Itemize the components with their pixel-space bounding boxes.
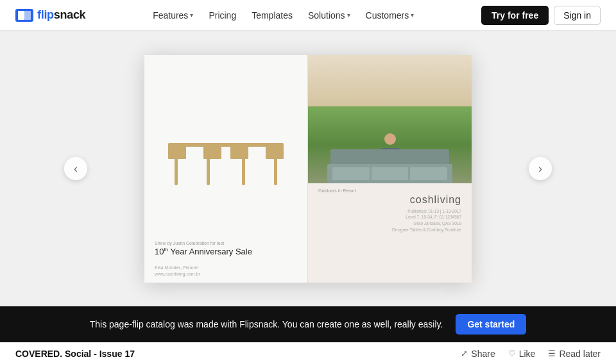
left-page-caption: Show by Justin Celebration for test 10th… [155, 241, 297, 256]
table-illustration [168, 124, 284, 188]
navbar: flipsnack Features ▾ Pricing Templates S… [0, 0, 616, 31]
book-right-page: Outdoors in Resort coshliving Published:… [308, 55, 472, 283]
sign-in-button[interactable]: Sign in [554, 6, 601, 25]
read-later-button[interactable]: ☰ Read later [548, 349, 601, 359]
bookmark-icon: ☰ [548, 349, 556, 358]
chair-illustration [203, 156, 221, 178]
left-page-footer: Elsa Morales, Planner www.coshliving.com… [155, 265, 200, 277]
right-caption-small: Outdoors in Resort [318, 188, 461, 193]
right-page-info: Outdoors in Resort coshliving Published:… [308, 183, 472, 238]
nav-features[interactable]: Features ▾ [146, 6, 200, 24]
share-icon: ⤢ [461, 349, 468, 358]
chair-illustration [230, 156, 248, 178]
furniture-image [144, 68, 307, 244]
nav-customers[interactable]: Customers ▾ [359, 6, 421, 24]
nav-links: Features ▾ Pricing Templates Solutions ▾… [146, 6, 420, 24]
chevron-down-icon: ▾ [347, 12, 350, 19]
banner-text: This page-flip catalog was made with Fli… [90, 319, 443, 329]
chevron-left-icon: ‹ [74, 162, 78, 176]
book-viewer: Show by Justin Celebration for test 10th… [144, 55, 472, 283]
try-for-free-button[interactable]: Try for free [481, 6, 549, 25]
share-button[interactable]: ⤢ Share [461, 349, 495, 359]
caption-title: 10th Year Anniversary Sale [155, 247, 297, 256]
chevron-down-icon: ▾ [411, 12, 414, 19]
sofa-area [321, 126, 459, 183]
nav-templates[interactable]: Templates [245, 6, 299, 24]
logo-icon [15, 9, 33, 22]
footer-bar: COVERED. Social - Issue 17 ⤢ Share ♡ Lik… [0, 342, 616, 364]
prev-page-button[interactable]: ‹ [64, 157, 87, 180]
book-left-page: Show by Justin Celebration for test 10th… [144, 55, 308, 283]
chevron-right-icon: › [538, 162, 542, 176]
main-content: ‹ [0, 31, 616, 306]
nav-actions: Try for free Sign in [481, 6, 601, 25]
logo-text: flipsnack [37, 8, 85, 22]
outdoor-image [308, 55, 472, 183]
logo[interactable]: flipsnack [15, 8, 85, 22]
nav-pricing[interactable]: Pricing [202, 6, 243, 24]
next-page-button[interactable]: › [529, 157, 552, 180]
brand-logo: coshliving [318, 194, 461, 206]
chevron-down-icon: ▾ [190, 12, 193, 19]
nav-solutions[interactable]: Solutions ▾ [302, 6, 357, 24]
promo-banner: This page-flip catalog was made with Fli… [0, 306, 616, 342]
heart-icon: ♡ [508, 349, 516, 358]
chair-illustration [266, 156, 284, 178]
catalog-title: COVERED. Social - Issue 17 [15, 349, 135, 359]
chair-illustration [168, 156, 186, 178]
get-started-button[interactable]: Get started [456, 314, 526, 335]
footer-actions: ⤢ Share ♡ Like ☰ Read later [461, 349, 601, 359]
right-details: Published: 01-13 | 1-13-2017 Level 7, 19… [318, 208, 461, 233]
like-button[interactable]: ♡ Like [508, 349, 536, 359]
caption-small: Show by Justin Celebration for test [155, 241, 297, 245]
